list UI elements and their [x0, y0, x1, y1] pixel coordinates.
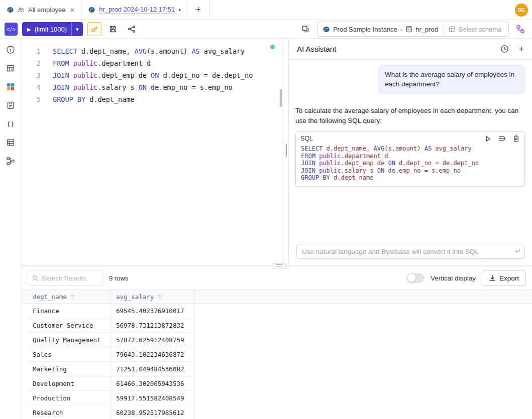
- table-row: Production59917.551582408549: [22, 391, 532, 405]
- results-search-input[interactable]: [42, 274, 98, 282]
- chevron-down-icon[interactable]: ▾: [72, 26, 83, 33]
- tab-all-employee[interactable]: All employee ×: [0, 0, 82, 20]
- insert-into-editor-icon: [498, 135, 505, 142]
- ai-prompt-input[interactable]: [296, 244, 525, 259]
- worksheet-button[interactable]: [5, 99, 17, 111]
- table-row: Sales79643.102234636872: [22, 347, 532, 362]
- instance-name: Prod Sample Instance: [333, 26, 397, 33]
- ai-sql-code[interactable]: SELECT d.dept_name, AVG(s.amount) AS avg…: [296, 144, 524, 186]
- splitter-grip-icon: [276, 264, 283, 267]
- schema-selector[interactable]: Select schema: [443, 22, 508, 36]
- table-cell[interactable]: Customer Service: [28, 318, 111, 333]
- code-line[interactable]: 2FROM public.department d: [22, 57, 283, 69]
- code-line[interactable]: JOIN public.salary s ON de.emp_no = s.em…: [301, 167, 519, 175]
- code-line[interactable]: GROUP BY d.dept_name: [301, 174, 519, 182]
- insert-into-editor-button[interactable]: [498, 134, 506, 143]
- code-line[interactable]: JOIN public.dept_emp de ON d.dept_no = d…: [301, 160, 519, 167]
- parentheses-icon: (): [7, 120, 15, 128]
- schema-placeholder: Select schema: [459, 26, 501, 33]
- table-cell[interactable]: 69545.402376910017: [111, 304, 194, 318]
- history-button[interactable]: [500, 45, 509, 54]
- worksheet-icon: [6, 101, 15, 110]
- tab-label: hr_prod 2024-10-12 17:51: [99, 6, 175, 14]
- table-cell[interactable]: Production: [28, 391, 111, 405]
- code-panel-toggle-button[interactable]: </>: [5, 23, 18, 36]
- connection-status-dot: [270, 45, 275, 49]
- table-cell[interactable]: Finance: [28, 304, 111, 318]
- results-body: Finance69545.402376910017Customer Servic…: [22, 304, 532, 419]
- table-cell[interactable]: Sales: [28, 347, 111, 362]
- share-button[interactable]: [125, 22, 139, 36]
- instance-icon: [323, 26, 330, 33]
- export-button[interactable]: Export: [482, 270, 526, 286]
- new-tab-button[interactable]: +: [187, 0, 209, 20]
- tab-hr-prod[interactable]: hr_prod 2024-10-12 17:51 ●: [82, 0, 187, 20]
- lineage-button[interactable]: [5, 155, 17, 167]
- members-icon: [18, 7, 25, 14]
- ai-assistant-header: AI Assistant +: [289, 39, 532, 60]
- results-table: dept_nameavg_salary Finance69545.4023769…: [22, 290, 532, 419]
- sql-editor-lines[interactable]: 1SELECT d.dept_name, AVG(s.amount) AS av…: [22, 39, 283, 105]
- code-line[interactable]: 1SELECT d.dept_name, AVG(s.amount) AS av…: [22, 45, 283, 57]
- run-query-button[interactable]: ▶ (limit 1000) ▾: [22, 22, 83, 36]
- info-button[interactable]: [5, 44, 17, 56]
- ai-assistant-toggle-button[interactable]: [513, 22, 527, 36]
- ai-sql-block-header: SQL: [296, 132, 524, 144]
- table-cell[interactable]: Marketing: [28, 362, 111, 376]
- code-line[interactable]: 5GROUP BY d.dept_name: [22, 93, 283, 105]
- sort-icon: [157, 294, 162, 300]
- copy-icon: [513, 135, 519, 142]
- sql-editor[interactable]: 1SELECT d.dept_name, AVG(s.amount) AS av…: [22, 39, 283, 265]
- column-header-label: dept_name: [33, 293, 67, 301]
- vertical-splitter[interactable]: [283, 39, 289, 265]
- functions-button[interactable]: (): [5, 118, 17, 130]
- table-cell[interactable]: 57872.625912408759: [111, 333, 194, 347]
- column-header-label: avg_salary: [116, 293, 154, 301]
- code-line[interactable]: 4JOIN public.salary s ON de.emp_no = s.e…: [22, 81, 283, 93]
- bytebase-sql-editor: All employee × hr_prod 2024-10-12 17:51 …: [0, 0, 532, 419]
- key-icon: [90, 25, 98, 33]
- table-cell[interactable]: Development: [28, 376, 111, 391]
- results-panel: 9 rows Vertical display Export dept_name…: [22, 265, 532, 419]
- table-cell[interactable]: 79643.102234636872: [111, 347, 194, 362]
- close-tab-icon[interactable]: ×: [69, 6, 75, 14]
- external-tables-button[interactable]: [5, 136, 17, 149]
- panels-icon: [301, 25, 309, 33]
- schema-diagram-icon: [516, 25, 525, 34]
- database-name: hr_prod: [415, 26, 438, 33]
- admin-mode-button[interactable]: [87, 22, 101, 36]
- database-icon: [405, 26, 412, 33]
- run-sql-button[interactable]: [484, 134, 492, 143]
- layout-button[interactable]: [298, 22, 312, 36]
- copy-sql-button[interactable]: [512, 134, 520, 143]
- workarea: 1SELECT d.dept_name, AVG(s.amount) AS av…: [22, 39, 532, 419]
- vertical-display-toggle[interactable]: [406, 273, 424, 283]
- results-header: dept_nameavg_salary: [22, 290, 532, 304]
- assistant-message: To calculate the average salary of emplo…: [295, 106, 525, 126]
- save-button[interactable]: [106, 22, 120, 36]
- avatar[interactable]: DE: [515, 4, 528, 17]
- code-line[interactable]: 3JOIN public.dept_emp de ON d.dept_no = …: [22, 69, 283, 81]
- schema-tables-button[interactable]: [5, 62, 17, 74]
- table-cell[interactable]: 56978.731213872832: [111, 318, 194, 333]
- table-cell[interactable]: Quality Management: [28, 333, 111, 347]
- column-header[interactable]: dept_name: [28, 290, 111, 303]
- sort-icon: [70, 294, 75, 300]
- instance-selector[interactable]: Prod Sample Instance › hr_prod: [317, 22, 443, 36]
- table-cell[interactable]: 59917.551582408549: [111, 391, 194, 405]
- table-cell[interactable]: 60238.952517985612: [111, 405, 194, 419]
- horizontal-splitter[interactable]: [273, 263, 286, 268]
- connection-breadcrumb: Prod Sample Instance › hr_prod Select sc…: [317, 22, 509, 37]
- editor-scrollbar[interactable]: [280, 89, 282, 107]
- table-cell[interactable]: Research: [28, 405, 111, 419]
- new-chat-button[interactable]: +: [518, 44, 524, 55]
- code-line[interactable]: FROM public.department d: [301, 153, 519, 160]
- results-search-box[interactable]: [28, 270, 103, 286]
- table-cell[interactable]: 61466.302005943536: [111, 376, 194, 391]
- column-header[interactable]: avg_salary: [111, 290, 194, 303]
- code-line[interactable]: SELECT d.dept_name, AVG(s.amount) AS avg…: [301, 145, 519, 153]
- table-cell[interactable]: 71251.049484536082: [111, 362, 194, 376]
- line-number: 3: [22, 69, 53, 81]
- unsaved-indicator: ●: [178, 8, 181, 12]
- databases-button[interactable]: [5, 81, 17, 93]
